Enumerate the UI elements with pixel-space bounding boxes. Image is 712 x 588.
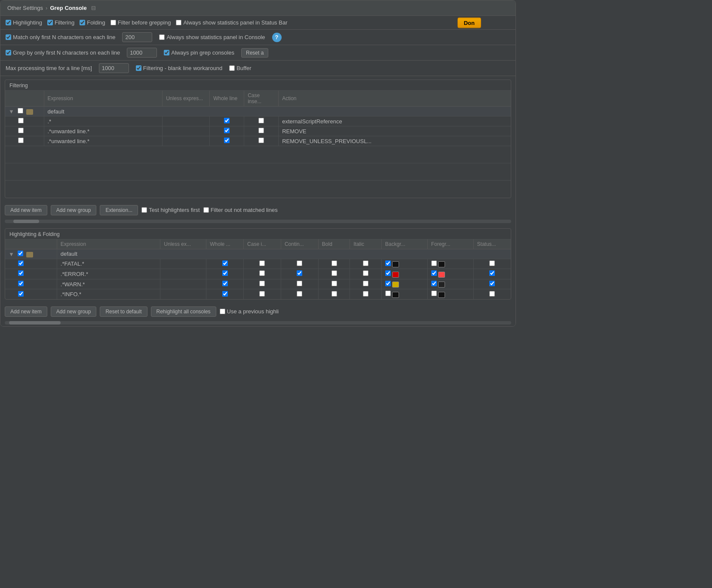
buffer-label: Buffer — [236, 65, 251, 71]
hl-italic — [350, 289, 382, 299]
fg-swatch[interactable] — [438, 261, 445, 267]
done-button[interactable]: Don — [457, 17, 481, 28]
bg-swatch[interactable] — [392, 282, 399, 288]
reset-to-default-button[interactable]: Reset to default — [100, 306, 147, 317]
bg-swatch[interactable] — [392, 292, 399, 298]
row-indent-cell — [5, 116, 44, 126]
buffer-checkbox[interactable] — [229, 65, 235, 71]
reset-button[interactable]: Reset a — [241, 48, 268, 58]
group-checkbox[interactable] — [18, 108, 23, 113]
filter-out-not-matched-checkbox[interactable] — [203, 207, 209, 213]
case-checkbox[interactable] — [258, 128, 264, 133]
toolbar-row3: Grep by only first N characters on each … — [0, 45, 516, 61]
scroll-thumb[interactable] — [13, 220, 39, 223]
match-first-n-checkbox[interactable] — [6, 34, 11, 40]
test-highlighters-label[interactable]: Test highlighters first — [141, 207, 200, 213]
extension-button[interactable]: Extension... — [100, 205, 138, 215]
add-new-item-button[interactable]: Add new item — [5, 205, 47, 215]
empty-row — [5, 146, 511, 163]
fg-swatch[interactable] — [438, 282, 445, 288]
hl-row-checkbox[interactable] — [18, 291, 24, 297]
filtering-checkbox-label[interactable]: Filtering — [47, 19, 74, 26]
filter-out-not-matched-label[interactable]: Filter out not matched lines — [203, 207, 278, 213]
always-pin-checkbox-label[interactable]: Always pin grep consoles — [164, 49, 234, 56]
hl-row-checkbox[interactable] — [18, 281, 24, 286]
table-row: .*unwanted line.* REMOVE — [5, 126, 511, 136]
grep-first-n-checkbox[interactable] — [6, 50, 11, 55]
col-header-unless: Unless expres... — [163, 91, 210, 107]
bg-swatch[interactable] — [392, 261, 399, 267]
toolbar-row4: Max processing time for a line [ms] Filt… — [0, 61, 516, 76]
wholeline-checkbox[interactable] — [224, 118, 230, 123]
hl-status — [473, 259, 511, 269]
always-pin-checkbox[interactable] — [164, 50, 169, 55]
case-checkbox[interactable] — [258, 118, 264, 123]
row-checkbox[interactable] — [18, 118, 24, 123]
rehighlight-all-button[interactable]: Rehighlight all consoles — [151, 306, 216, 317]
bg-swatch[interactable] — [392, 272, 399, 278]
expand-icon[interactable]: ▼ — [9, 251, 14, 257]
hl-add-new-group-button[interactable]: Add new group — [51, 306, 97, 317]
hl-background — [381, 289, 427, 299]
wholeline-checkbox[interactable] — [224, 128, 230, 133]
group-name: default — [44, 107, 511, 116]
hl-col-header-empty — [5, 239, 57, 249]
always-pin-label: Always pin grep consoles — [171, 49, 234, 56]
folding-checkbox-label[interactable]: Folding — [80, 19, 105, 26]
hl-row-indent — [5, 269, 57, 279]
hl-contin — [281, 279, 318, 289]
hl-row-checkbox[interactable] — [18, 270, 24, 276]
use-previous-highlight-label[interactable]: Use a previous highli — [220, 308, 279, 315]
filtering-blank-line-checkbox-label[interactable]: Filtering - blank line workaround — [136, 65, 222, 71]
hl-group-checkbox[interactable] — [18, 251, 23, 256]
row-expression: .*unwanted line.* — [44, 136, 163, 146]
expand-icon[interactable]: ▼ — [9, 108, 14, 115]
row-wholeline — [210, 126, 244, 136]
hl-add-new-item-button[interactable]: Add new item — [5, 306, 47, 317]
always-show-statusbar-checkbox-label[interactable]: Always show statistics panel in Status B… — [176, 19, 287, 26]
filter-before-grepping-checkbox[interactable] — [110, 20, 116, 25]
always-show-console-checkbox[interactable] — [159, 34, 165, 40]
filtering-checkbox[interactable] — [47, 20, 53, 25]
match-first-n-input[interactable] — [122, 32, 152, 42]
folder-icon — [26, 252, 33, 257]
scroll-track[interactable] — [5, 220, 511, 223]
bottom-scroll-thumb[interactable] — [9, 321, 61, 325]
match-first-n-checkbox-label[interactable]: Match only first N characters on each li… — [6, 34, 115, 40]
row-case — [244, 136, 279, 146]
highlighting-checkbox[interactable] — [6, 20, 11, 25]
row-checkbox[interactable] — [18, 128, 24, 133]
folding-checkbox[interactable] — [80, 20, 85, 25]
col-header-action: Action — [279, 91, 511, 107]
row-checkbox[interactable] — [18, 138, 24, 143]
help-button[interactable]: ? — [272, 33, 282, 42]
wholeline-checkbox[interactable] — [224, 138, 230, 143]
row-indent-cell — [5, 136, 44, 146]
grep-first-n-input[interactable] — [127, 48, 157, 58]
filtering-blank-line-checkbox[interactable] — [136, 65, 141, 71]
case-checkbox[interactable] — [258, 138, 264, 143]
max-processing-input[interactable] — [99, 63, 129, 73]
filtering-label: Filtering — [55, 19, 74, 26]
bottom-scroll-track[interactable] — [5, 321, 511, 325]
highlighting-checkbox-label[interactable]: Highlighting — [6, 19, 42, 26]
buffer-checkbox-label[interactable]: Buffer — [229, 65, 251, 71]
hl-row-checkbox[interactable] — [18, 260, 24, 266]
always-show-statusbar-checkbox[interactable] — [176, 20, 181, 25]
test-highlighters-checkbox[interactable] — [141, 207, 147, 213]
use-previous-highlight-checkbox[interactable] — [220, 309, 225, 314]
fg-swatch[interactable] — [438, 272, 445, 278]
grep-first-n-checkbox-label[interactable]: Grep by only first N characters on each … — [6, 49, 120, 56]
hl-unless — [160, 269, 206, 279]
filter-before-grepping-checkbox-label[interactable]: Filter before grepping — [110, 19, 171, 26]
hl-expression: .*INFO.* — [57, 289, 160, 299]
row-unless — [163, 136, 210, 146]
fg-swatch[interactable] — [438, 292, 445, 298]
bottom-scroll-area — [0, 320, 516, 326]
always-show-console-label[interactable]: Always show statistics panel in Console — [159, 34, 265, 40]
row-unless — [163, 116, 210, 126]
hl-bold — [318, 269, 350, 279]
hl-bold — [318, 279, 350, 289]
highlighting-table: Expression Unless ex... Whole ... Case i… — [5, 239, 511, 299]
add-new-group-button[interactable]: Add new group — [51, 205, 97, 215]
